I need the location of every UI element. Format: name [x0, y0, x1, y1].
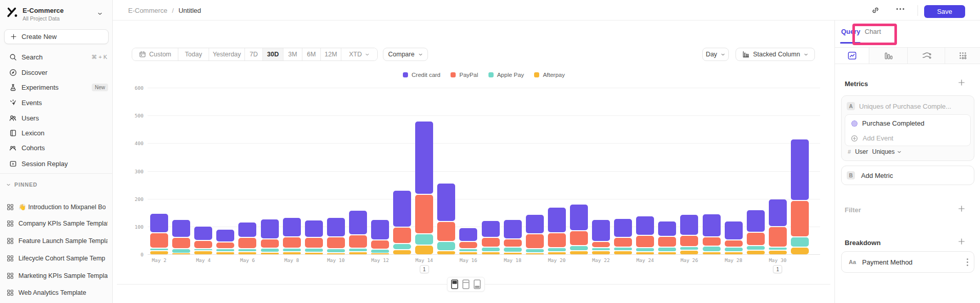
bar-segment-credit-card[interactable] — [614, 219, 632, 237]
bar-segment-afterpay[interactable] — [504, 253, 522, 254]
bar-segment-afterpay[interactable] — [459, 252, 477, 254]
bar-segment-apple-pay[interactable] — [482, 248, 500, 251]
bar-segment-paypal[interactable] — [238, 238, 256, 248]
bar-segment-afterpay[interactable] — [150, 251, 168, 254]
sidebar-item-events[interactable]: Events — [0, 96, 113, 109]
bar-segment-afterpay[interactable] — [570, 251, 588, 254]
bar-segment-credit-card[interactable] — [482, 221, 500, 237]
bar-segment-credit-card[interactable] — [769, 199, 787, 226]
sidebar-item-discover[interactable]: Discover — [0, 66, 113, 79]
bar-segment-apple-pay[interactable] — [305, 249, 323, 252]
range-button-12m[interactable]: 12M — [321, 48, 341, 60]
bar-segment-paypal[interactable] — [415, 195, 433, 233]
kebab-menu-icon[interactable] — [966, 258, 969, 267]
bar-segment-credit-card[interactable] — [437, 184, 455, 221]
bar-segment-afterpay[interactable] — [526, 253, 544, 254]
bar-segment-apple-pay[interactable] — [415, 234, 433, 245]
metric-a-card[interactable]: A Uniques of Purchase Comple... Purchase… — [841, 95, 974, 161]
bar-segment-afterpay[interactable] — [769, 251, 787, 254]
breakdown-item-card[interactable]: Aa Payment Method — [841, 251, 974, 273]
bar-segment-afterpay[interactable] — [305, 253, 323, 254]
legend-item[interactable]: Apple Pay — [488, 72, 524, 78]
bar-segment-paypal[interactable] — [283, 237, 301, 248]
bar-segment-paypal[interactable] — [570, 231, 588, 245]
bar-segment-paypal[interactable] — [680, 236, 698, 246]
bar-segment-paypal[interactable] — [194, 241, 212, 248]
bar-segment-paypal[interactable] — [526, 234, 544, 248]
bar-segment-apple-pay[interactable] — [548, 248, 566, 251]
report-tab-funnels[interactable] — [869, 48, 908, 64]
bar-segment-paypal[interactable] — [305, 238, 323, 248]
bar-segment-credit-card[interactable] — [216, 230, 234, 241]
compare-button[interactable]: Compare — [383, 48, 428, 61]
bar-segment-credit-card[interactable] — [747, 210, 765, 231]
report-tab-flows[interactable] — [908, 48, 945, 64]
range-button-xtd[interactable]: XTD — [341, 48, 377, 60]
bar-segment-afterpay[interactable] — [415, 246, 433, 254]
range-button-yesterday[interactable]: Yesterday — [209, 48, 245, 60]
pinned-board-item[interactable]: Marketing KPIs Sample Templat — [0, 270, 113, 282]
bar-segment-paypal[interactable] — [658, 237, 676, 247]
sidebar-item-cohorts[interactable]: Cohorts — [0, 141, 113, 154]
bar-segment-apple-pay[interactable] — [437, 242, 455, 250]
breadcrumb-project[interactable]: E-Commerce — [128, 7, 168, 14]
pinned-section-header[interactable]: PINNED — [6, 181, 37, 188]
bar-segment-paypal[interactable] — [725, 240, 743, 247]
bar-segment-afterpay[interactable] — [680, 251, 698, 254]
range-button-3m[interactable]: 3M — [283, 48, 302, 60]
bar-segment-afterpay[interactable] — [614, 251, 632, 254]
bar-segment-paypal[interactable] — [172, 238, 190, 248]
bar-segment-credit-card[interactable] — [658, 221, 676, 236]
bar-segment-apple-pay[interactable] — [194, 249, 212, 251]
bar-segment-apple-pay[interactable] — [725, 248, 743, 251]
bar-segment-paypal[interactable] — [592, 242, 610, 247]
add-event-row[interactable]: Add Event — [851, 134, 893, 142]
range-button-30d[interactable]: 30D — [263, 48, 283, 60]
bar-segment-credit-card[interactable] — [283, 218, 301, 236]
bar-segment-credit-card[interactable] — [327, 218, 345, 236]
range-button-today[interactable]: Today — [178, 48, 209, 60]
bar-segment-paypal[interactable] — [393, 228, 411, 243]
report-tab-insights[interactable] — [835, 48, 869, 64]
bar-segment-credit-card[interactable] — [725, 221, 743, 239]
bar-segment-apple-pay[interactable] — [791, 237, 809, 247]
bar-segment-afterpay[interactable] — [548, 252, 566, 254]
bar-segment-afterpay[interactable] — [592, 251, 610, 254]
bar-segment-paypal[interactable] — [327, 237, 345, 248]
bar-segment-paypal[interactable] — [437, 222, 455, 241]
bar-segment-afterpay[interactable] — [658, 252, 676, 255]
bar-segment-credit-card[interactable] — [592, 220, 610, 241]
add-breakdown-plus-icon[interactable] — [958, 238, 965, 245]
bar-segment-apple-pay[interactable] — [327, 249, 345, 252]
bar-segment-afterpay[interactable] — [261, 253, 279, 254]
range-button-6m[interactable]: 6M — [302, 48, 321, 60]
bar-segment-paypal[interactable] — [459, 242, 477, 248]
bar-segment-credit-card[interactable] — [261, 219, 279, 238]
event-row[interactable]: Purchase Completed — [851, 119, 924, 127]
bar-segment-afterpay[interactable] — [636, 252, 654, 255]
sidebar-item-search[interactable]: Search⌘ + K — [0, 50, 113, 64]
bar-segment-paypal[interactable] — [548, 233, 566, 248]
bar-segment-apple-pay[interactable] — [680, 247, 698, 250]
bar-segment-afterpay[interactable] — [371, 253, 389, 254]
bar-segment-credit-card[interactable] — [570, 205, 588, 231]
pinned-board-item[interactable]: Feature Launch Sample Templa — [0, 235, 113, 247]
bar-segment-apple-pay[interactable] — [371, 250, 389, 253]
bar-segment-paypal[interactable] — [614, 238, 632, 247]
bar-segment-afterpay[interactable] — [725, 252, 743, 255]
pinned-board-item[interactable]: Company KPIs Sample Templat — [0, 217, 113, 230]
bar-segment-afterpay[interactable] — [437, 251, 455, 254]
bar-segment-apple-pay[interactable] — [526, 249, 544, 252]
bar-segment-credit-card[interactable] — [194, 227, 212, 240]
bar-segment-apple-pay[interactable] — [504, 248, 522, 251]
bar-segment-apple-pay[interactable] — [216, 249, 234, 251]
breadcrumb-page[interactable]: Untitled — [178, 7, 201, 14]
report-tab-retention[interactable] — [945, 48, 980, 64]
range-button-7d[interactable]: 7D — [245, 48, 263, 60]
sidebar-item-users[interactable]: Users — [0, 111, 113, 125]
bar-segment-afterpay[interactable] — [703, 252, 721, 254]
sidebar-item-session-replay[interactable]: Session Replay — [0, 157, 113, 170]
bar-segment-afterpay[interactable] — [482, 252, 500, 255]
bar-segment-paypal[interactable] — [371, 240, 389, 249]
pinned-board-item[interactable]: 👋Introduction to Mixpanel Bo — [0, 201, 113, 213]
